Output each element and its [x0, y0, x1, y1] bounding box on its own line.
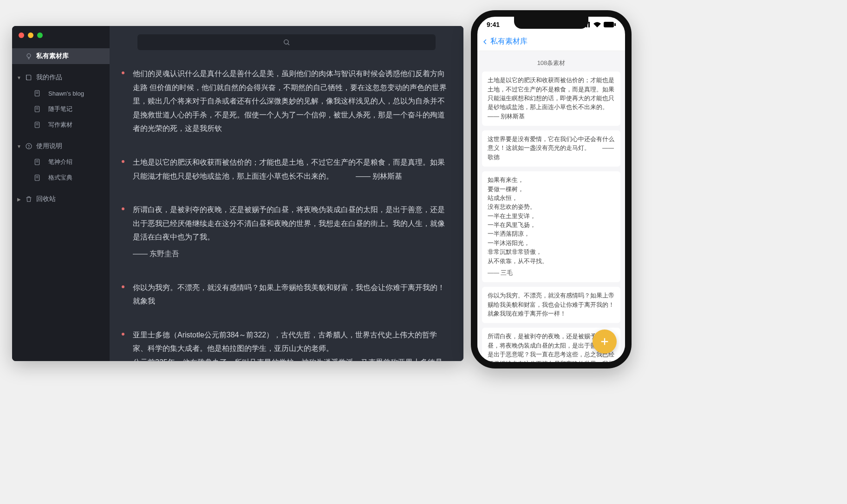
sidebar-help-label: 使用说明: [36, 142, 62, 150]
note-text: 土地是以它的肥沃和收获而被估价的；才能也是土地，不过它生产的不是粮食，而是真理。…: [133, 155, 450, 183]
note-text: 你以为我穷。不漂亮，就没有感情吗？如果上帝赐给我美貌和财富，我也会让你难于离开我…: [133, 281, 450, 308]
trash-icon: [25, 195, 33, 203]
maximize-window-button[interactable]: [37, 32, 43, 38]
phone-card[interactable]: 如果有来生，要做一棵树，站成永恒，没有悲欢的姿势。一半在土里安详，一半在风里飞扬…: [482, 171, 620, 282]
sidebar-selected-label: 私有素材库: [36, 52, 69, 60]
plus-icon: [599, 336, 610, 347]
note-text: 他们的灵魂认识什么是真什么是善什么是美，虽则他们的肉体与智识有时候会诱惑他们反着…: [133, 67, 450, 136]
note-text: 亚里士多德（Aristotle公元前384～前322），古代先哲，古希腊人，世界…: [133, 328, 450, 361]
chevron-right-icon: ▶: [17, 197, 21, 202]
phone-nav-header[interactable]: 私有素材库: [477, 32, 625, 51]
sidebar-section-my-works[interactable]: ▼ 我的作品: [12, 70, 110, 85]
poem-line: 如果有来生，: [488, 176, 615, 185]
sidebar-item-private-library[interactable]: 私有素材库: [12, 48, 110, 64]
phone-card-text: 土地是以它的肥沃和收获而被估价的；才能也是土地，不过它生产的不是粮食，而是真理。…: [488, 77, 620, 120]
svg-point-5: [29, 148, 29, 148]
poem-line: 一半沐浴阳光，: [488, 239, 615, 248]
material-count: 108条素材: [482, 58, 620, 68]
minimize-window-button[interactable]: [28, 32, 33, 38]
desktop-app-window: 私有素材库 ▼ 我的作品 Shawn's blog 随手笔记: [12, 26, 463, 361]
phone-card[interactable]: 土地是以它的肥沃和收获而被估价的；才能也是土地，不过它生产的不是粮食，而是真理。…: [482, 71, 620, 126]
phone-card[interactable]: 你以为我穷。不漂亮，就没有感情吗？如果上帝赐给我美貌和财富，我也会让你难于离开我…: [482, 287, 620, 323]
phone-card-source: —— 三毛: [488, 269, 615, 278]
battery-icon: [604, 22, 616, 27]
phone-back-label: 私有素材库: [490, 37, 528, 46]
search-bar-wrap: [110, 26, 463, 58]
help-icon: [25, 142, 33, 150]
notes-list: 他们的灵魂认识什么是真什么是善什么是美，虽则他们的肉体与智识有时候会诱惑他们反着…: [110, 58, 463, 361]
chevron-left-icon: [482, 39, 489, 45]
note-card[interactable]: 亚里士多德（Aristotle公元前384～前322），古代先哲，古希腊人，世界…: [133, 328, 450, 361]
sidebar-item-blog[interactable]: Shawn's blog: [12, 85, 110, 101]
poem-line: 一半在土里安详，: [488, 212, 615, 221]
sidebar-item-intro[interactable]: 笔神介绍: [12, 154, 110, 170]
book-icon: [25, 74, 33, 81]
poem-line: 一半洒落阴凉，: [488, 230, 615, 239]
search-icon: [283, 39, 290, 46]
document-icon: [33, 90, 41, 97]
sidebar-section-help[interactable]: ▼ 使用说明: [12, 138, 110, 154]
svg-rect-14: [614, 23, 616, 26]
poem-line: 从不依靠，从不寻找。: [488, 257, 615, 266]
sidebar-child-label: 笔神介绍: [48, 158, 72, 166]
poem-line: 要做一棵树，: [488, 185, 615, 194]
phone-mockup: 9:41 私有素材库 108条素材 土地是以它的肥沃和收获而被估价的；才能也是土…: [471, 10, 632, 368]
chevron-down-icon: ▼: [17, 144, 21, 149]
poem-line: 没有悲欢的姿势。: [488, 203, 615, 212]
sidebar-child-label: 格式宝典: [48, 174, 72, 182]
svg-point-0: [27, 54, 31, 58]
sidebar-trash-label: 回收站: [36, 195, 56, 203]
document-icon: [33, 158, 41, 166]
sidebar-child-label: 写作素材: [48, 121, 72, 129]
svg-point-8: [284, 40, 288, 44]
note-card[interactable]: 土地是以它的肥沃和收获而被估价的；才能也是土地，不过它生产的不是粮食，而是真理。…: [133, 155, 450, 192]
sidebar-item-notes[interactable]: 随手笔记: [12, 101, 110, 117]
document-icon: [33, 105, 41, 113]
close-window-button[interactable]: [19, 32, 24, 38]
main-content: 他们的灵魂认识什么是真什么是善什么是美，虽则他们的肉体与智识有时候会诱惑他们反着…: [110, 26, 463, 361]
poem-line: 非常沉默非常骄傲，: [488, 248, 615, 257]
window-controls: [19, 32, 43, 38]
poem-line: 一半在风里飞扬，: [488, 221, 615, 230]
document-icon: [33, 174, 41, 181]
note-card[interactable]: 所谓白夜，是被剥夺的夜晚，还是被赐予的白昼，将夜晚伪装成白昼的太阳，是出于善意，…: [133, 203, 450, 269]
sidebar-child-label: Shawn's blog: [48, 90, 84, 97]
poem-line: 站成永恒，: [488, 194, 615, 203]
note-text: 所谓白夜，是被剥夺的夜晚，还是被赐予的白昼，将夜晚伪装成白昼的太阳，是出于善意，…: [133, 203, 450, 244]
note-card[interactable]: 你以为我穷。不漂亮，就没有感情吗？如果上帝赐给我美貌和财富，我也会让你难于离开我…: [133, 281, 450, 317]
note-source: —— 东野圭吾: [133, 247, 450, 261]
phone-card-text: 这世界要是没有爱情，它在我们心中还会有什么意义！这就如一盏没有亮光的走马灯。 —…: [488, 136, 614, 161]
sidebar-child-label: 随手笔记: [48, 105, 72, 113]
wifi-icon: [593, 22, 601, 27]
status-time: 9:41: [487, 21, 500, 28]
lightbulb-icon: [25, 52, 33, 60]
phone-card-text: 你以为我穷。不漂亮，就没有感情吗？如果上帝赐给我美貌和财富，我也会让你难于离开我…: [488, 292, 614, 317]
svg-rect-13: [604, 22, 614, 27]
sidebar-item-format[interactable]: 格式宝典: [12, 170, 110, 186]
sidebar-my-works-label: 我的作品: [36, 73, 62, 82]
phone-notch: [514, 17, 588, 29]
sidebar-section-trash[interactable]: ▶ 回收站: [12, 191, 110, 207]
svg-rect-12: [588, 22, 590, 27]
sidebar-item-material[interactable]: 写作素材: [12, 117, 110, 133]
phone-card[interactable]: 这世界要是没有爱情，它在我们心中还会有什么意义！这就如一盏没有亮光的走马灯。 —…: [482, 130, 620, 167]
phone-body[interactable]: 108条素材 土地是以它的肥沃和收获而被估价的；才能也是土地，不过它生产的不是粮…: [477, 51, 625, 362]
search-input[interactable]: [137, 34, 436, 50]
sidebar: 私有素材库 ▼ 我的作品 Shawn's blog 随手笔记: [12, 26, 110, 361]
add-button[interactable]: [593, 330, 617, 354]
note-card[interactable]: 他们的灵魂认识什么是真什么是善什么是美，虽则他们的肉体与智识有时候会诱惑他们反着…: [133, 67, 450, 144]
chevron-down-icon: ▼: [17, 75, 21, 80]
document-icon: [33, 121, 41, 129]
